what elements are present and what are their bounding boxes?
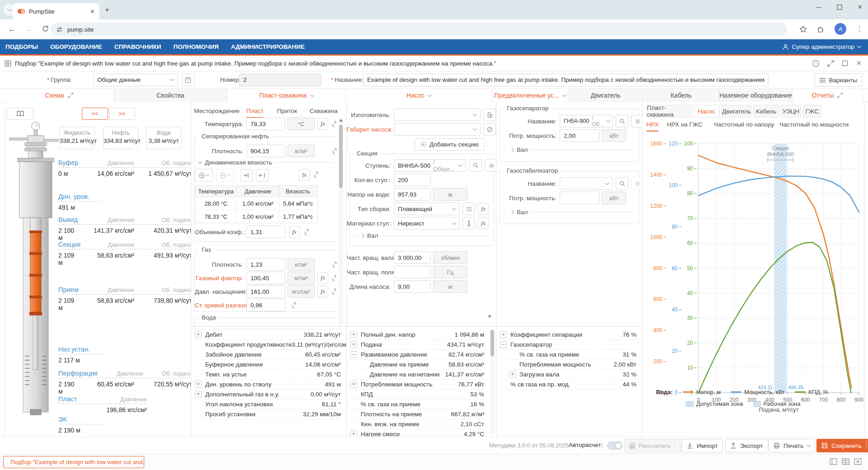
layout-icon[interactable] <box>830 458 837 465</box>
fx-button[interactable]: fx <box>299 169 310 181</box>
scroll-down-icon[interactable] <box>488 315 491 318</box>
schema-row-name[interactable]: Буфер <box>58 159 80 166</box>
address-bar[interactable]: pump.site <box>51 23 787 36</box>
scroll-thumb[interactable] <box>491 330 494 356</box>
unlink-icon[interactable] <box>331 121 338 127</box>
shaft-speed-input[interactable] <box>394 251 431 264</box>
import-rows-button[interactable] <box>240 169 253 182</box>
pump-length-input[interactable] <box>394 280 431 293</box>
expand-toggle[interactable]: − <box>500 341 507 348</box>
new-tab-button[interactable]: + <box>105 5 109 14</box>
nav-item-подборы[interactable]: ПОДБОРЫ <box>5 43 38 50</box>
report-tab-5[interactable]: УЭЦН <box>781 105 801 118</box>
user-menu[interactable]: Супер администратор <box>782 43 861 50</box>
import-button[interactable]: Импорт <box>682 439 723 452</box>
unlink-icon[interactable] <box>331 275 338 282</box>
variants-button[interactable]: Варианты <box>815 73 862 87</box>
panel-tab-4[interactable]: Насос <box>346 89 492 102</box>
panel-tab-5[interactable]: Предвключенные ус... <box>492 89 568 102</box>
print-button[interactable]: Печать <box>769 439 815 452</box>
schema-next-button[interactable]: >> <box>109 108 135 120</box>
temperature-input[interactable] <box>246 118 285 130</box>
scroll-thumb[interactable] <box>339 125 343 188</box>
panel-tab-2[interactable]: Свойства <box>114 89 227 102</box>
forward-button[interactable]: → <box>25 25 33 34</box>
schema-row-name[interactable]: Дин. уров. <box>58 193 102 200</box>
stage-search-button[interactable] <box>469 159 482 172</box>
degas-curve-input[interactable] <box>246 299 285 311</box>
pump-summary-scrollbar[interactable] <box>490 329 495 435</box>
expand-toggle[interactable]: + <box>350 431 357 437</box>
expand-toggle[interactable]: + <box>350 341 357 348</box>
report-tab-4[interactable]: Кабель <box>753 105 779 118</box>
unlink-icon[interactable] <box>331 288 338 295</box>
material-lab-button[interactable] <box>462 217 475 230</box>
reload-button[interactable] <box>42 25 49 33</box>
name-input[interactable] <box>363 74 769 86</box>
nav-item-администрирование[interactable]: АДМИНИСТРИРОВАНИЕ <box>231 43 305 50</box>
plast-scrollbar[interactable] <box>339 118 343 325</box>
nav-item-полномочия[interactable]: ПОЛНОМОЧИЯ <box>174 43 219 50</box>
profile-avatar[interactable]: A <box>835 23 846 35</box>
expand-toggle[interactable]: + <box>350 331 357 338</box>
maximize-panel-icon[interactable] <box>842 60 848 66</box>
legend-book-button[interactable] <box>7 108 33 120</box>
fx-button[interactable]: fx <box>478 203 489 215</box>
schema-row-name[interactable]: Пласт <box>58 395 93 403</box>
fx-button[interactable]: fx <box>317 272 328 284</box>
browser-menu-icon[interactable]: ⋮ <box>856 25 863 33</box>
grid-icon[interactable] <box>842 458 849 465</box>
save-button[interactable]: Сохранить <box>816 439 868 452</box>
fx-button[interactable]: fx <box>289 226 300 238</box>
window-close-button[interactable]: ✕ <box>858 4 863 10</box>
close-panel-icon[interactable]: ✕ <box>856 59 862 67</box>
table-cell[interactable]: 5,64 мПа*с <box>279 197 316 210</box>
panel-tab-1[interactable]: Схема <box>5 89 114 102</box>
panel-tab-3[interactable]: Пласт-скважина <box>227 89 346 102</box>
schema-row-name[interactable]: Выкид <box>58 216 80 223</box>
report-tab-3[interactable]: Двигатель <box>722 105 751 118</box>
vol-coef-input[interactable] <box>246 226 285 238</box>
help-icon[interactable]: ? <box>812 60 820 67</box>
schema-prev-button[interactable]: << <box>82 108 108 120</box>
back-button[interactable]: ← <box>8 25 16 34</box>
nav-item-справочники[interactable]: СПРАВОЧНИКИ <box>114 43 161 50</box>
expand-toggle[interactable]: + <box>500 331 507 338</box>
unlink-icon[interactable] <box>331 261 338 268</box>
unlink-icon[interactable] <box>331 148 338 155</box>
window-minimize-button[interactable]: — <box>816 4 821 10</box>
report-tab-1[interactable]: Пласт-скважина <box>646 105 691 118</box>
gs-name-select[interactable]: ГН5А-900 / Об... <box>560 115 613 127</box>
expand-toggle[interactable]: + <box>350 381 357 388</box>
head-water-input[interactable] <box>394 188 431 201</box>
bookmark-star-icon[interactable] <box>799 25 807 33</box>
gstab-name-select[interactable] <box>560 177 613 190</box>
schema-row-name[interactable]: Секция <box>58 241 80 248</box>
report-tab-6[interactable]: ГЖС <box>803 105 821 118</box>
extensions-icon[interactable] <box>817 25 825 33</box>
close-box-icon[interactable] <box>854 458 862 465</box>
gs-settings-button[interactable] <box>631 115 642 127</box>
export-button[interactable]: Экспорт <box>725 439 768 452</box>
gs-power-input[interactable] <box>560 129 599 142</box>
gas-density-input[interactable] <box>246 258 285 271</box>
nav-item-оборудование[interactable]: ОБОРУДОВАНИЕ <box>50 43 102 50</box>
table-cell[interactable]: 78,33 °C <box>195 210 237 223</box>
autocalc-toggle[interactable] <box>607 442 623 450</box>
expand-toggle[interactable]: + <box>509 371 516 378</box>
manufacturer-catalog-button[interactable] <box>483 108 496 121</box>
plast-tab-2[interactable]: Пласт <box>246 108 264 118</box>
gs-search-button[interactable] <box>616 115 628 127</box>
table-cell[interactable]: 28,00 °C <box>195 197 237 210</box>
report-tab-2[interactable]: Насос <box>693 105 720 118</box>
plast-tab-1[interactable]: Месторождение <box>194 108 240 117</box>
stage-count-input[interactable] <box>394 174 431 186</box>
report-subtab-4[interactable]: Частотный по мощности <box>779 121 849 131</box>
add-row-button[interactable] <box>195 169 213 182</box>
expand-toggle[interactable]: + <box>195 331 202 338</box>
selection-tab[interactable]: Подбор "Example of design with low water… <box>3 456 144 468</box>
unlink-icon[interactable] <box>303 229 310 235</box>
browser-tab[interactable]: PumpSite ✕ <box>13 3 99 19</box>
report-subtab-3[interactable]: Частотный по напору <box>714 121 774 131</box>
fx-button[interactable]: fx <box>317 286 328 297</box>
